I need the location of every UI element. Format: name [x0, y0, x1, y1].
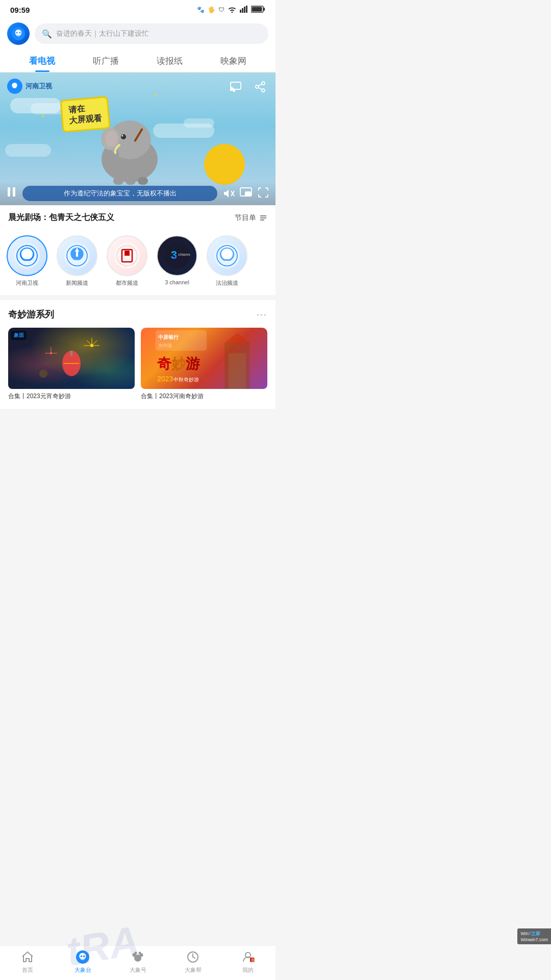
svg-point-9 — [19, 32, 21, 34]
channel-dushi[interactable]: 都市频道 — [104, 235, 150, 287]
svg-text:奇: 奇 — [157, 356, 172, 372]
svg-rect-2 — [244, 7, 245, 13]
channel-dushi-label: 都市频道 — [116, 279, 138, 287]
fireworks-svg — [8, 328, 135, 389]
pip-button[interactable] — [240, 186, 252, 201]
card-title-left: 合集丨2023元宵奇妙游 — [8, 392, 135, 401]
channels-row: 河南卫视 新闻频道 — [0, 230, 276, 295]
status-bar: 09:59 🐾 🖐 🛡 — [0, 0, 276, 18]
list-icon — [259, 214, 267, 222]
app-logo[interactable] — [7, 22, 30, 45]
svg-point-17 — [105, 131, 117, 147]
svg-text:妙: 妙 — [171, 356, 187, 372]
tab-bar: 看电视 听广播 读报纸 映象网 — [0, 49, 276, 72]
svg-text:游: 游 — [186, 356, 201, 372]
channel-3[interactable]: 3 channel 3 channel — [154, 235, 200, 287]
tab-yingxiang[interactable]: 映象网 — [202, 49, 265, 72]
channel-3-label: 3 channel — [165, 279, 189, 285]
shield-icon: 🛡 — [218, 6, 224, 13]
hand-icon: 🖐 — [208, 6, 215, 13]
svg-rect-6 — [252, 7, 262, 11]
header: 🔍 奋进的春天｜太行山下建设忙 — [0, 18, 276, 49]
battery-icon — [251, 6, 265, 14]
svg-point-19 — [122, 135, 123, 137]
card-title-right: 合集丨2023河南奇妙游 — [141, 392, 267, 401]
svg-line-12 — [259, 88, 262, 90]
sign-box: 请在 大屏观看 — [60, 96, 110, 133]
svg-rect-20 — [113, 177, 123, 185]
moon-decoration — [204, 144, 245, 185]
channel-news-label: 新闻频道 — [66, 279, 88, 287]
paw-icon: 🐾 — [197, 6, 205, 13]
svg-rect-5 — [263, 8, 265, 11]
svg-rect-21 — [126, 177, 136, 185]
svg-rect-24 — [8, 187, 10, 197]
svg-rect-0 — [240, 10, 241, 13]
search-icon: 🔍 — [42, 29, 52, 39]
svg-point-18 — [121, 134, 126, 139]
channel-news[interactable]: 新闻频道 — [54, 235, 100, 287]
tab-newspaper[interactable]: 读报纸 — [138, 49, 202, 72]
svg-line-50 — [87, 340, 92, 346]
status-time: 09:59 — [10, 6, 30, 14]
svg-rect-29 — [245, 192, 251, 195]
mute-button[interactable] — [222, 187, 235, 200]
svg-text:光中国: 光中国 — [158, 343, 172, 348]
svg-line-13 — [259, 84, 262, 86]
program-title: 晨光剧场：包青天之七侠五义 — [8, 212, 114, 223]
svg-point-59 — [39, 370, 47, 378]
search-bar[interactable]: 🔍 奋进的春天｜太行山下建设忙 — [35, 23, 268, 44]
search-placeholder-text: 奋进的春天｜太行山下建设忙 — [56, 29, 149, 38]
schedule-label: 节目单 — [235, 213, 256, 223]
svg-marker-61 — [224, 333, 250, 343]
section-more-button[interactable]: ··· — [257, 309, 267, 320]
svg-text:2023: 2023 — [157, 375, 173, 383]
svg-rect-22 — [138, 177, 148, 185]
channel-name-label: 河南卫视 — [26, 82, 52, 91]
section-title: 奇妙游系列 — [8, 308, 54, 321]
svg-rect-1 — [242, 8, 243, 13]
fullscreen-button[interactable] — [257, 186, 269, 201]
svg-text:中秋奇妙游: 中秋奇妙游 — [173, 377, 199, 382]
qimiao-section: 奇妙游系列 ··· 象面 — [0, 300, 276, 409]
svg-rect-25 — [13, 187, 15, 197]
channel-fazhi-label: 法治频道 — [216, 279, 238, 287]
elephant-illustration: 请在 大屏观看 — [0, 93, 276, 185]
svg-rect-40 — [124, 251, 130, 256]
svg-text:channel: channel — [178, 252, 190, 257]
svg-rect-57 — [70, 351, 72, 356]
wifi-icon — [228, 6, 237, 14]
video-player[interactable]: ✦ ✦ ✦ 河南卫视 — [0, 72, 276, 205]
schedule-button[interactable]: 节目单 — [235, 213, 267, 223]
svg-line-51 — [92, 340, 97, 346]
cards-row: 象面 — [8, 328, 267, 409]
svg-text:中原银行: 中原银行 — [158, 334, 179, 340]
svg-rect-62 — [229, 353, 246, 389]
channel-logo: 河南卫视 — [7, 79, 52, 94]
pause-button[interactable] — [6, 186, 17, 201]
tab-watch-tv[interactable]: 看电视 — [10, 49, 74, 72]
channel-henan[interactable]: 河南卫视 — [4, 235, 50, 287]
signal-icon — [240, 6, 248, 14]
svg-point-8 — [16, 32, 18, 34]
card-henan[interactable]: 中原银行 光中国 奇 妙 游 2023 中秋奇妙游 合集丨2023河南奇妙游 — [141, 328, 267, 401]
subtitle-text: 作为遵纪守法的象宝宝，无版权不播出 — [22, 186, 217, 201]
status-icons: 🐾 🖐 🛡 — [197, 6, 265, 14]
card-yuanxiao[interactable]: 象面 — [8, 328, 135, 401]
video-controls: 作为遵纪守法的象宝宝，无版权不播出 — [0, 182, 276, 205]
channel-henan-label: 河南卫视 — [16, 279, 38, 287]
svg-text:3: 3 — [171, 249, 177, 261]
svg-rect-3 — [246, 6, 247, 13]
channel-fazhi[interactable]: 法治频道 — [204, 235, 250, 287]
tab-radio[interactable]: 听广播 — [74, 49, 138, 72]
program-info: 晨光剧场：包青天之七侠五义 节目单 — [0, 205, 276, 230]
festive-svg: 中原银行 光中国 奇 妙 游 2023 中秋奇妙游 — [141, 328, 267, 389]
